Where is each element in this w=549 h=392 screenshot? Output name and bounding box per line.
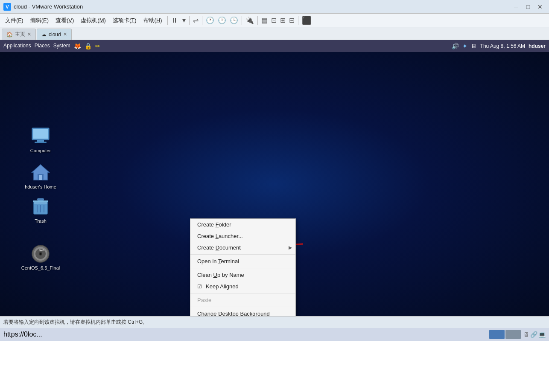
menu-tab[interactable]: 选项卡(T) bbox=[109, 15, 140, 26]
menu-view[interactable]: 查看(V) bbox=[52, 15, 77, 26]
menu-vm[interactable]: 虚拟机(M) bbox=[77, 15, 109, 26]
trash-icon-label: Trash bbox=[35, 218, 47, 224]
menu-bar: 文件(F) 编辑(E) 查看(V) 虚拟机(M) 选项卡(T) 帮助(H) ⏸ … bbox=[0, 14, 549, 27]
menu-edit[interactable]: 编辑(E) bbox=[27, 15, 52, 26]
toolbar-sep2 bbox=[189, 16, 190, 25]
desktop-icon-home[interactable]: hduser's Home bbox=[21, 161, 60, 192]
gnome-left-panel: Applications Places System 🦊 🔒 ✏ bbox=[3, 43, 448, 49]
toolbar-sep3 bbox=[202, 16, 202, 25]
fullscreen-icon[interactable]: ⊞ bbox=[278, 15, 287, 25]
ctx-keep-aligned[interactable]: ☑ Keep Aligned bbox=[190, 281, 295, 292]
toolbar-sep4 bbox=[242, 16, 242, 25]
tray-icon-3[interactable]: 💻 bbox=[538, 331, 546, 338]
menu-file[interactable]: 文件(F) bbox=[2, 15, 27, 26]
status-text: 若要将输入定向到该虚拟机，请在虚拟机内部单击或按 Ctrl+G。 bbox=[3, 319, 148, 326]
home-tab-icon: 🏠 bbox=[6, 32, 13, 38]
bottom-url: https://0loc... bbox=[3, 331, 488, 338]
svg-rect-10 bbox=[37, 198, 44, 200]
snapshot-icon[interactable]: 🕐 bbox=[204, 15, 216, 25]
note-icon[interactable]: ✏ bbox=[95, 43, 100, 49]
toolbar-sep6 bbox=[298, 16, 298, 25]
minimize-button[interactable]: ─ bbox=[511, 2, 522, 12]
home-tab-label: 主页 bbox=[15, 31, 25, 38]
ctx-create-document[interactable]: Create Document ▶ bbox=[190, 242, 295, 253]
app-icon: V bbox=[3, 3, 11, 11]
svg-rect-3 bbox=[35, 142, 47, 143]
ctx-create-document-label: Create Document bbox=[197, 244, 241, 251]
window-controls: ─ □ ✕ bbox=[511, 2, 546, 12]
gnome-applications[interactable]: Applications bbox=[3, 43, 31, 49]
snapshot-mgr-icon[interactable]: 🕒 bbox=[228, 15, 240, 25]
svg-rect-6 bbox=[39, 175, 42, 180]
revert-icon[interactable]: 🕑 bbox=[216, 15, 228, 25]
svg-rect-9 bbox=[33, 200, 48, 202]
ctx-paste: Paste bbox=[190, 294, 295, 306]
title-bar: V cloud - VMware Workstation ─ □ ✕ bbox=[0, 0, 549, 14]
cloud-tab-label: cloud bbox=[49, 32, 61, 38]
tab-cloud[interactable]: ☁ cloud ✕ bbox=[37, 29, 72, 40]
computer-icon-label: Computer bbox=[30, 148, 51, 154]
usb-icon[interactable]: 🔌 bbox=[244, 15, 256, 25]
bottom-btn-1[interactable] bbox=[489, 330, 505, 339]
gnome-bar: Applications Places System 🦊 🔒 ✏ 🔊 ✦ 🖥 T… bbox=[0, 40, 549, 52]
ctx-create-launcher-label: Create Launcher... bbox=[197, 233, 243, 239]
gnome-right-panel: 🔊 ✦ 🖥 Thu Aug 8, 1:56 AM hduser bbox=[452, 43, 546, 49]
ctx-create-launcher[interactable]: Create Launcher... bbox=[190, 230, 295, 242]
pause-icon[interactable]: ⏸ bbox=[169, 16, 180, 25]
home-icon bbox=[29, 163, 52, 183]
context-menu: Create Folder Create Launcher... Create … bbox=[190, 218, 296, 316]
menu-help[interactable]: 帮助(H) bbox=[140, 15, 166, 26]
gnome-system[interactable]: System bbox=[53, 43, 70, 49]
tab-home[interactable]: 🏠 主页 ✕ bbox=[2, 29, 36, 40]
tray-icon-2[interactable]: 🔗 bbox=[530, 331, 537, 338]
lock-icon[interactable]: 🔒 bbox=[85, 43, 92, 49]
dropdown-icon[interactable]: ▾ bbox=[181, 15, 187, 25]
desktop-icon-trash[interactable]: Trash bbox=[21, 195, 60, 226]
unity-icon[interactable]: ▤ bbox=[260, 15, 269, 25]
toolbar-sep5 bbox=[257, 16, 258, 25]
fit-icon[interactable]: ⊡ bbox=[269, 15, 278, 25]
home-tab-close[interactable]: ✕ bbox=[27, 32, 31, 37]
ctx-separator-4 bbox=[190, 307, 295, 307]
ctx-separator-2 bbox=[190, 268, 295, 268]
gnome-places[interactable]: Places bbox=[35, 43, 50, 49]
keep-aligned-check-icon: ☑ bbox=[197, 284, 203, 290]
home-icon-label: hduser's Home bbox=[25, 184, 56, 190]
ctx-change-bg[interactable]: Change Desktop Background bbox=[190, 308, 295, 316]
desktop-icon-computer[interactable]: Computer bbox=[21, 125, 60, 155]
dvd-icon-label: CentOS_6.5_Final bbox=[21, 265, 60, 271]
tray-icon-1[interactable]: 🖥 bbox=[523, 331, 529, 338]
trash-icon bbox=[29, 197, 52, 217]
ctx-paste-label: Paste bbox=[197, 297, 211, 303]
bottom-bar: https://0loc... 🖥 🔗 💻 bbox=[0, 328, 549, 341]
status-bar: 若要将输入定向到该虚拟机，请在虚拟机内部单击或按 Ctrl+G。 bbox=[0, 316, 549, 328]
desktop-icon-dvd[interactable]: DVD CentOS_6.5_Final bbox=[21, 242, 60, 273]
ctx-open-terminal[interactable]: Open in Terminal bbox=[190, 256, 295, 267]
bottom-btn-2[interactable] bbox=[505, 330, 521, 339]
username[interactable]: hduser bbox=[529, 43, 546, 49]
svg-rect-1 bbox=[33, 129, 48, 139]
submenu-arrow-icon: ▶ bbox=[289, 245, 292, 250]
ctx-clean-up[interactable]: Clean Up by Name bbox=[190, 269, 295, 281]
volume-icon[interactable]: 🔊 bbox=[452, 43, 459, 49]
ctx-separator-1 bbox=[190, 254, 295, 255]
ctx-change-bg-label: Change Desktop Background bbox=[197, 311, 270, 316]
close-button[interactable]: ✕ bbox=[534, 2, 546, 12]
console-icon[interactable]: ⬛ bbox=[300, 15, 313, 26]
ctx-open-terminal-label: Open in Terminal bbox=[197, 258, 239, 264]
send-ctrl-alt-del-icon[interactable]: ⇌ bbox=[191, 15, 200, 25]
network-icon[interactable]: 🖥 bbox=[471, 43, 477, 49]
toolbar-group: ⏸ ▾ bbox=[169, 15, 187, 25]
cloud-tab-close[interactable]: ✕ bbox=[63, 32, 67, 37]
datetime[interactable]: Thu Aug 8, 1:56 AM bbox=[480, 43, 525, 49]
ctx-keep-aligned-label: Keep Aligned bbox=[206, 283, 239, 290]
computer-icon bbox=[29, 126, 52, 147]
ctx-create-folder[interactable]: Create Folder bbox=[190, 219, 295, 230]
svg-rect-2 bbox=[37, 140, 44, 142]
desktop[interactable]: Computer hduser's Home Trash bbox=[0, 52, 549, 316]
firefox-icon[interactable]: 🦊 bbox=[74, 43, 81, 49]
toolbar-separator bbox=[167, 16, 168, 25]
bluetooth-icon[interactable]: ✦ bbox=[462, 43, 467, 49]
autofit-icon[interactable]: ⊟ bbox=[287, 15, 296, 25]
maximize-button[interactable]: □ bbox=[523, 2, 534, 12]
